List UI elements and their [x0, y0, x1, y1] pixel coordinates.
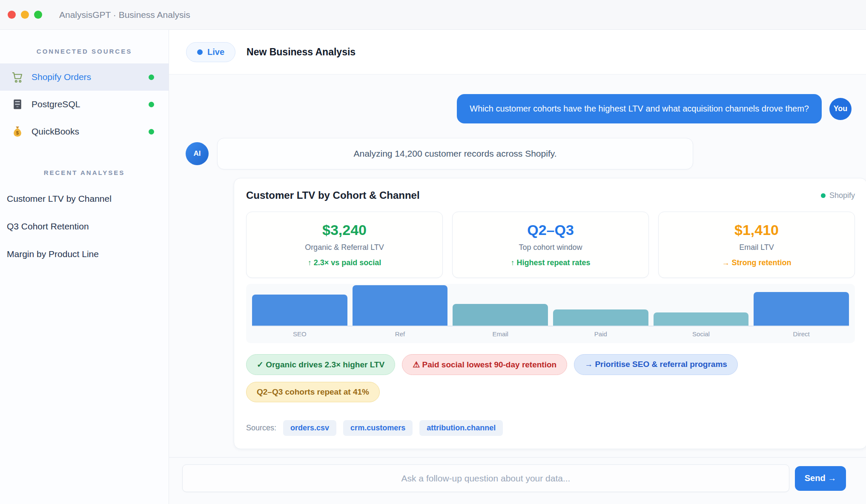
analysis-card-header: Customer LTV by Cohort & Channel Shopify — [246, 189, 855, 201]
metrics-row: $3,240 Organic & Referral LTV ↑ 2.3× vs … — [246, 212, 855, 278]
shopify-badge-label: Shopify — [829, 191, 855, 200]
bar-label-paid: Paid — [553, 330, 648, 338]
close-window-icon[interactable] — [8, 11, 16, 19]
metric-label: Top cohort window — [457, 243, 644, 252]
metric-value: Q2–Q3 — [457, 222, 644, 238]
titlebar: AnalysisGPT · Business Analysis — [0, 0, 866, 30]
insight-chip-organic: ✓ Organic drives 2.3× higher LTV — [246, 354, 395, 375]
chart-bar-email — [453, 304, 548, 326]
bar-chart-plot-area — [252, 284, 849, 326]
connected-sources-header: CONNECTED SOURCES — [0, 48, 169, 55]
conversation-header: Live New Business Analysis — [169, 30, 866, 74]
metric-email-ltv: $1,410 Email LTV → Strong retention — [658, 212, 855, 278]
bar-label-direct: Direct — [754, 330, 849, 338]
sidebar-item-label: PostgreSQL — [32, 99, 149, 109]
minimize-window-icon[interactable] — [21, 11, 29, 19]
bar-label-seo: SEO — [252, 330, 347, 338]
live-badge-label: Live — [207, 47, 224, 57]
insight-chips-row-2: Q2–Q3 cohorts repeat at 41% — [246, 382, 855, 402]
bar-label-social: Social — [654, 330, 749, 338]
shopify-status-badge: Shopify — [821, 191, 855, 200]
maximize-window-icon[interactable] — [34, 11, 42, 19]
app-title: AnalysisGPT · Business Analysis — [59, 10, 190, 20]
main-panel: Live New Business Analysis Which custome… — [169, 30, 866, 504]
chat-area: Which customer cohorts have the highest … — [169, 74, 866, 457]
metric-trend: ↑ Highest repeat rates — [457, 258, 644, 267]
ai-message-bubble: Analyzing 14,200 customer records across… — [217, 138, 693, 169]
user-message-bubble: Which customer cohorts have the highest … — [457, 94, 822, 123]
insight-chip-cohort-repeat: Q2–Q3 cohorts repeat at 41% — [246, 382, 380, 402]
bar-chart-axis-labels: SEO Ref Email Paid Social Direct — [252, 326, 849, 343]
ltv-bar-chart: SEO Ref Email Paid Social Direct — [246, 284, 855, 343]
sources-row: Sources: orders.csv crm.customers attrib… — [246, 420, 855, 436]
metric-organic-referral-ltv: $3,240 Organic & Referral LTV ↑ 2.3× vs … — [246, 212, 443, 278]
metric-value: $1,410 — [663, 222, 850, 238]
connected-status-dot — [149, 129, 154, 135]
analysis-card-title: Customer LTV by Cohort & Channel — [246, 189, 420, 201]
database-icon — [11, 98, 24, 111]
user-avatar: You — [829, 98, 852, 120]
chart-bar-seo — [252, 295, 347, 326]
send-button[interactable]: Send → — [795, 466, 846, 491]
metric-label: Email LTV — [663, 243, 850, 252]
analysis-card: Customer LTV by Cohort & Channel Shopify… — [234, 178, 866, 449]
chart-bar-direct — [754, 292, 849, 326]
followup-question-input[interactable] — [182, 464, 789, 492]
shopify-status-dot-icon — [821, 193, 826, 198]
connected-status-dot — [149, 74, 154, 80]
composer-bar: Send → — [169, 457, 866, 504]
source-tag-orders-csv[interactable]: orders.csv — [283, 420, 336, 436]
recent-analyses-header: RECENT ANALYSES — [0, 169, 169, 176]
svg-text:$: $ — [16, 130, 19, 135]
sidebar: CONNECTED SOURCES Shopify Orders P — [0, 30, 169, 504]
connected-status-dot — [149, 102, 154, 107]
chart-bar-social — [654, 312, 749, 326]
insight-chip-paid-social: ⚠ Paid social lowest 90-day retention — [402, 354, 567, 375]
sidebar-item-quickbooks[interactable]: $ QuickBooks — [0, 118, 169, 145]
metric-value: $3,240 — [251, 222, 438, 238]
chart-bar-paid — [553, 309, 648, 326]
user-message-row: Which customer cohorts have the highest … — [186, 94, 852, 123]
metric-label: Organic & Referral LTV — [251, 243, 438, 252]
live-badge: Live — [186, 42, 235, 62]
sidebar-item-shopify-orders[interactable]: Shopify Orders — [0, 63, 169, 91]
recent-item-customer-ltv[interactable]: Customer LTV by Channel — [0, 185, 169, 212]
sidebar-item-label: QuickBooks — [32, 126, 149, 137]
recent-item-q3-cohort[interactable]: Q3 Cohort Retention — [0, 212, 169, 240]
insight-chip-prioritise: → Prioritise SEO & referral programs — [574, 354, 738, 375]
metric-top-cohort-window: Q2–Q3 Top cohort window ↑ Highest repeat… — [452, 212, 649, 278]
sidebar-item-postgresql[interactable]: PostgreSQL — [0, 91, 169, 118]
moneybag-icon: $ — [11, 125, 24, 138]
live-dot-icon — [197, 49, 203, 55]
cart-icon — [11, 71, 24, 83]
insight-chips-row: ✓ Organic drives 2.3× higher LTV ⚠ Paid … — [246, 354, 855, 375]
bar-label-email: Email — [453, 330, 548, 338]
sidebar-item-label: Shopify Orders — [32, 72, 149, 82]
source-tag-crm-customers[interactable]: crm.customers — [343, 420, 413, 436]
ai-message-row: AI Analyzing 14,200 customer records acr… — [186, 138, 852, 169]
metric-trend: → Strong retention — [663, 258, 850, 267]
metric-trend: ↑ 2.3× vs paid social — [251, 258, 438, 267]
recent-item-margin-product[interactable]: Margin by Product Line — [0, 240, 169, 268]
sources-label: Sources: — [246, 424, 276, 432]
bar-label-ref: Ref — [353, 330, 448, 338]
ai-avatar: AI — [186, 142, 209, 165]
chart-bar-ref — [353, 285, 448, 326]
page-title: New Business Analysis — [247, 46, 356, 58]
source-tag-attribution-channel[interactable]: attribution.channel — [419, 420, 503, 436]
